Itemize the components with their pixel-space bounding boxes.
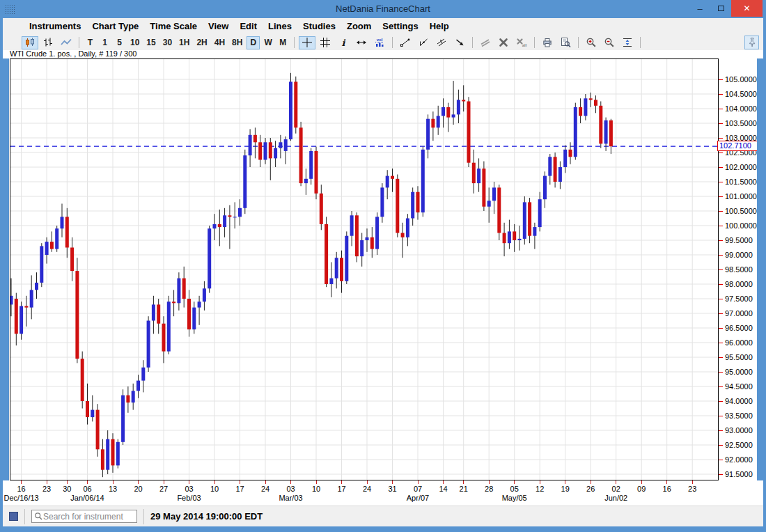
date-axis-tick xyxy=(418,480,419,484)
timeframe-button-W[interactable]: W xyxy=(261,36,274,49)
delete-all-objects-button[interactable]: all xyxy=(513,36,530,49)
timeframe-button-30[interactable]: 30 xyxy=(160,36,175,49)
parallel-lines-button[interactable] xyxy=(477,36,494,49)
date-axis-tick xyxy=(392,480,393,484)
price-axis-label: 95.5000 xyxy=(725,353,753,361)
svg-text:all: all xyxy=(522,43,526,47)
toolbar-separator xyxy=(472,37,473,48)
minimize-button[interactable]: – xyxy=(689,0,710,17)
title-bar[interactable]: NetDania FinanceChart – ✕ xyxy=(0,0,766,18)
price-axis-tick xyxy=(719,357,723,358)
timeframe-button-10[interactable]: 10 xyxy=(127,36,142,49)
line-chart-button[interactable] xyxy=(58,36,75,49)
date-axis-week-label: 16 xyxy=(12,485,31,493)
price-axis-label: 99.0000 xyxy=(725,251,753,259)
fit-vertical-button[interactable] xyxy=(619,36,636,49)
svg-text:i: i xyxy=(341,38,345,48)
menu-item-chart-type[interactable]: Chart Type xyxy=(86,18,144,35)
price-axis-tick xyxy=(719,255,723,256)
candlestick-plot[interactable] xyxy=(10,58,719,480)
print-button[interactable] xyxy=(539,36,556,49)
menu-item-settings[interactable]: Settings xyxy=(377,18,423,35)
timeframe-button-5[interactable]: 5 xyxy=(113,36,126,49)
date-axis-tick xyxy=(47,480,47,484)
price-axis-tick xyxy=(719,182,723,182)
menu-item-lines[interactable]: Lines xyxy=(263,18,297,35)
date-axis-tick xyxy=(591,480,591,484)
date-axis-tick xyxy=(514,480,515,484)
timeframe-button-4H[interactable]: 4H xyxy=(212,36,228,49)
date-axis-week-label: 17 xyxy=(230,485,250,493)
price-axis-label: 105.0000 xyxy=(725,75,757,84)
arrow-tool-button[interactable] xyxy=(451,36,468,49)
volume-button[interactable]: vol xyxy=(371,36,388,49)
timeframe-button-T[interactable]: T xyxy=(84,36,97,49)
ray-line-button[interactable] xyxy=(415,36,432,49)
menu-item-edit[interactable]: Edit xyxy=(234,18,263,35)
pin-window-button[interactable] xyxy=(744,36,759,49)
date-axis-tick xyxy=(316,480,317,484)
date-axis-tick xyxy=(214,480,215,484)
toolbar-separator xyxy=(534,37,535,48)
price-axis-tick xyxy=(719,123,723,124)
price-axis-label: 96.0000 xyxy=(725,338,753,347)
close-button[interactable]: ✕ xyxy=(731,0,763,17)
print-preview-button[interactable] xyxy=(557,36,574,49)
parallel-channel-button[interactable] xyxy=(433,36,450,49)
toolbar-separator xyxy=(578,37,579,48)
maximize-button[interactable] xyxy=(710,0,731,17)
date-axis-week-label: 10 xyxy=(306,485,326,493)
price-axis-label: 93.5000 xyxy=(725,412,753,420)
date-axis-week-label: 20 xyxy=(129,485,148,493)
info-button[interactable]: i xyxy=(335,36,352,49)
price-axis-tick xyxy=(719,240,723,241)
grid-button[interactable] xyxy=(317,36,334,49)
statusbar-separator xyxy=(24,509,25,524)
price-axis-label: 102.0000 xyxy=(725,163,757,171)
menu-item-studies[interactable]: Studies xyxy=(297,18,341,35)
candlestick-chart-button[interactable] xyxy=(22,36,38,49)
expand-horizontal-button[interactable] xyxy=(353,36,370,49)
timeframe-button-1H[interactable]: 1H xyxy=(176,36,192,49)
price-axis-tick xyxy=(719,401,723,402)
timeframe-button-D[interactable]: D xyxy=(247,36,260,49)
timeframe-button-M[interactable]: M xyxy=(276,36,290,49)
date-axis-week-label: 16 xyxy=(657,485,677,493)
chart-area: WTI Crude 1. pos. , Daily, # 119 / 300 1… xyxy=(3,50,763,506)
ohlc-bars-button[interactable] xyxy=(40,36,56,49)
zoom-in-button[interactable] xyxy=(583,36,600,49)
price-axis-tick xyxy=(719,430,723,431)
price-axis-label: 104.0000 xyxy=(725,104,757,113)
crosshair-button[interactable] xyxy=(299,36,315,49)
date-axis-tick xyxy=(341,480,342,484)
date-axis-week-label: 09 xyxy=(632,485,651,493)
date-axis-week-label: 12 xyxy=(530,485,549,493)
price-axis-tick xyxy=(719,474,723,475)
menu-item-instruments[interactable]: Instruments xyxy=(24,18,86,35)
toolbar-separator xyxy=(640,37,641,48)
price-axis-label: 104.5000 xyxy=(725,90,757,98)
search-input[interactable] xyxy=(43,512,134,522)
search-box[interactable] xyxy=(31,510,137,523)
zoom-out-button[interactable] xyxy=(601,36,618,49)
price-axis-label: 98.5000 xyxy=(725,265,753,274)
date-axis-tick xyxy=(265,480,266,484)
timeframe-button-1[interactable]: 1 xyxy=(98,36,111,49)
timeframe-button-2H[interactable]: 2H xyxy=(194,36,210,49)
date-axis-week-label: 30 xyxy=(57,485,77,493)
menu-item-view[interactable]: View xyxy=(203,18,234,35)
menu-item-help[interactable]: Help xyxy=(424,18,455,35)
date-axis[interactable]: 1623300613202703101724031017243107142128… xyxy=(10,480,719,504)
timeframe-button-8H[interactable]: 8H xyxy=(229,36,245,49)
instrument-label: WTI Crude 1. pos. , Daily, # 119 / 300 xyxy=(10,49,136,58)
menu-item-zoom[interactable]: Zoom xyxy=(341,18,377,35)
price-axis-label: 103.5000 xyxy=(725,119,757,127)
menu-item-time-scale[interactable]: Time Scale xyxy=(144,18,203,35)
delete-object-button[interactable] xyxy=(495,36,512,49)
trendline-button[interactable] xyxy=(397,36,414,49)
instrument-square-icon[interactable] xyxy=(9,512,18,521)
window-border-left xyxy=(0,18,3,532)
price-axis-label: 101.5000 xyxy=(725,178,757,186)
timeframe-button-15[interactable]: 15 xyxy=(143,36,158,49)
toolbar-separator xyxy=(79,37,79,48)
